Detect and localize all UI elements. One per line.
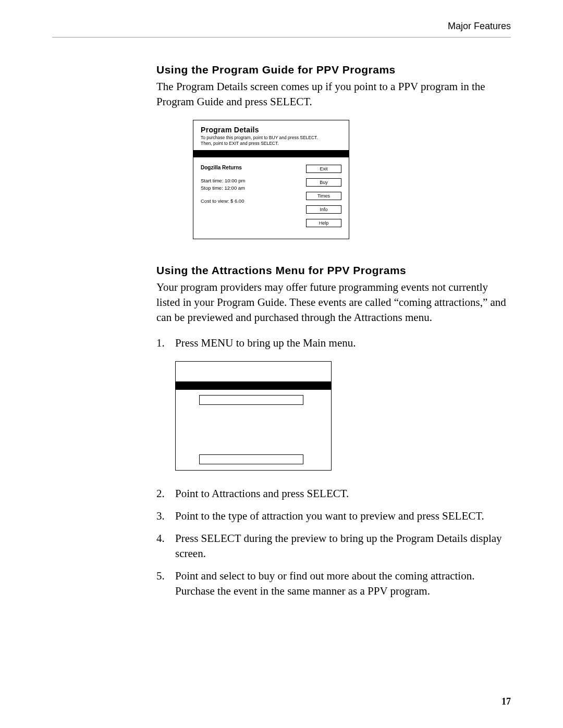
pd-program-name: Dogzilla Returns [201,165,300,170]
step-1-text: Press MENU to bring up the Main menu. [175,337,356,349]
pd-stop-time: Stop time: 12:00 am [201,185,300,191]
step-1: Press MENU to bring up the Main menu. [156,336,511,471]
pd-start-time: Start time: 10:00 pm [201,178,300,183]
pd-cost: Cost to view: $ 6.00 [201,198,300,204]
page-number: 17 [501,696,511,707]
main-menu-figure [175,361,511,471]
step-5: Point and select to buy or find out more… [156,569,511,599]
main-menu-screen [175,361,332,471]
section-heading-2: Using the Attractions Menu for PPV Progr… [156,264,511,277]
exit-button[interactable]: Exit [306,165,341,173]
program-details-screen: Program Details To purchase this program… [193,120,349,239]
pd-sub1: To purchase this program, point to BUY a… [201,135,341,141]
program-details-figure: Program Details To purchase this program… [193,120,511,239]
mm-option-box-1[interactable] [199,395,303,405]
help-button[interactable]: Help [306,219,341,227]
step-3: Point to the type of attraction you want… [156,509,511,524]
step-2: Point to Attractions and press SELECT. [156,486,511,501]
pd-divider-bar [193,150,349,157]
buy-button[interactable]: Buy [306,178,341,187]
page-header: Major Features [52,21,511,38]
mm-option-box-2[interactable] [199,454,303,464]
pd-header: Program Details To purchase this program… [193,120,349,150]
section1-paragraph: The Program Details screen comes up if y… [156,79,511,109]
pd-sub2: Then, point to EXIT and press SELECT. [201,141,341,146]
info-button[interactable]: Info [306,205,341,214]
step-4: Press SELECT during the preview to bring… [156,531,511,561]
section-heading-1: Using the Program Guide for PPV Programs [156,64,511,76]
mm-divider-bar [176,381,331,390]
pd-title: Program Details [201,126,341,134]
section2-paragraph: Your program providers may offer future … [156,280,511,325]
times-button[interactable]: Times [306,192,341,200]
